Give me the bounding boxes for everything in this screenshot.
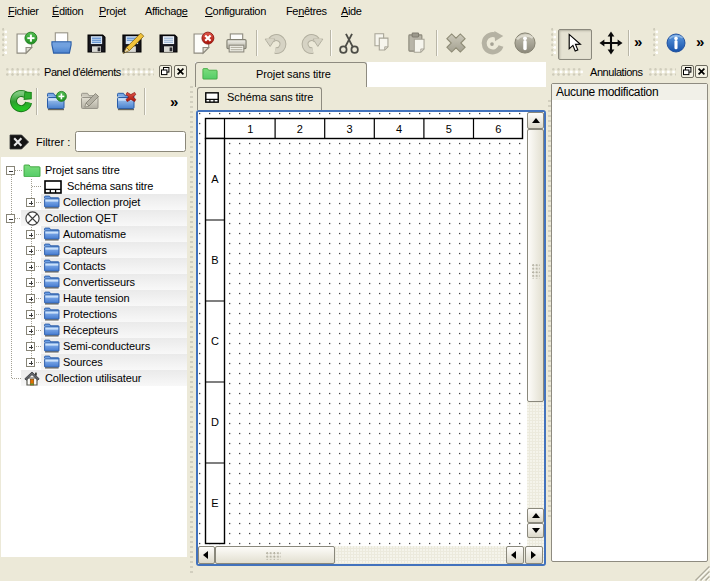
svg-text:6: 6	[495, 123, 501, 135]
svg-text:A: A	[211, 173, 219, 185]
svg-text:B: B	[211, 254, 218, 266]
svg-text:3: 3	[346, 123, 352, 135]
svg-text:4: 4	[396, 123, 402, 135]
svg-text:1: 1	[247, 123, 253, 135]
svg-text:2: 2	[297, 123, 303, 135]
svg-text:5: 5	[446, 123, 452, 135]
svg-text:D: D	[211, 416, 219, 428]
svg-text:E: E	[211, 497, 218, 509]
svg-text:C: C	[211, 335, 219, 347]
